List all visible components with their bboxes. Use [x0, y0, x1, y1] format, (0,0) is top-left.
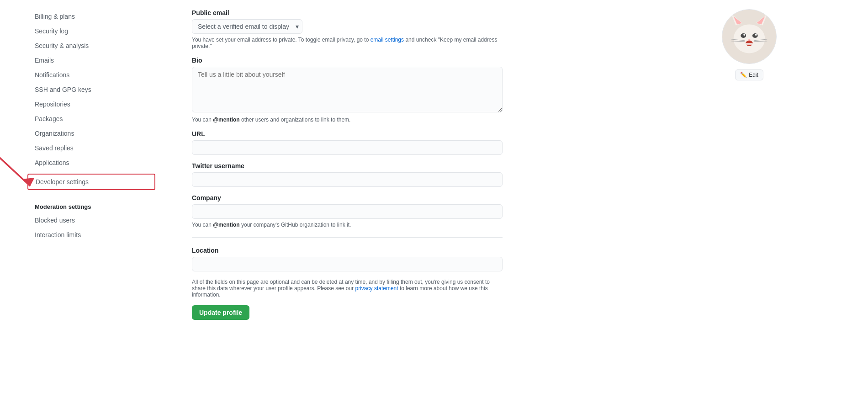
sidebar-item-applications[interactable]: Applications — [27, 155, 155, 170]
public-email-group: Public email Select a verified email to … — [192, 9, 503, 49]
url-label: URL — [192, 130, 503, 138]
developer-settings-box: Developer settings — [27, 174, 155, 190]
sidebar-item-ssh-gpg[interactable]: SSH and GPG keys — [27, 82, 155, 97]
twitter-group: Twitter username — [192, 162, 503, 187]
svg-rect-18 — [746, 43, 753, 45]
edit-label: Edit — [749, 72, 758, 78]
svg-point-10 — [743, 34, 745, 36]
email-hint: You have set your email address to priva… — [192, 37, 503, 49]
sidebar-divider — [27, 194, 155, 194]
url-group: URL — [192, 130, 503, 155]
email-select[interactable]: Select a verified email to display — [192, 19, 302, 34]
moderation-settings-group: Moderation settings Blocked users Intera… — [27, 198, 155, 242]
avatar — [722, 9, 777, 64]
svg-line-0 — [0, 150, 30, 186]
company-input[interactable] — [192, 204, 503, 219]
svg-point-8 — [741, 33, 746, 38]
privacy-statement-link[interactable]: privacy statement — [355, 285, 398, 292]
sidebar-item-billing[interactable]: Billing & plans — [27, 9, 155, 24]
bio-textarea[interactable] — [192, 67, 503, 112]
svg-point-11 — [755, 34, 757, 36]
sidebar-item-blocked-users[interactable]: Blocked users — [27, 213, 155, 228]
bio-label: Bio — [192, 57, 503, 64]
bio-hint: You can @mention other users and organiz… — [192, 117, 503, 123]
sidebar-item-saved-replies[interactable]: Saved replies — [27, 141, 155, 155]
optional-note: All of the fields on this page are optio… — [192, 279, 503, 298]
update-profile-button[interactable]: Update profile — [192, 305, 249, 320]
location-group: Location — [192, 247, 503, 271]
sidebar-item-interaction-limits[interactable]: Interaction limits — [27, 228, 155, 242]
email-select-wrapper: Select a verified email to display ▾ — [192, 19, 302, 34]
sidebar-item-packages[interactable]: Packages — [27, 111, 155, 126]
svg-point-3 — [734, 24, 765, 53]
sidebar-item-organizations[interactable]: Organizations — [27, 126, 155, 141]
public-email-label: Public email — [192, 9, 503, 16]
sidebar: Billing & plans Security log Security & … — [27, 9, 155, 398]
email-settings-link[interactable]: email settings — [370, 37, 404, 43]
sidebar-item-repositories[interactable]: Repositories — [27, 97, 155, 111]
sidebar-item-developer-settings[interactable]: Developer settings — [28, 175, 154, 189]
twitter-label: Twitter username — [192, 162, 503, 170]
company-group: Company You can @mention your company's … — [192, 194, 503, 228]
url-input[interactable] — [192, 140, 503, 155]
main-content: Public email Select a verified email to … — [174, 9, 521, 398]
company-hint: You can @mention your company's GitHub o… — [192, 222, 503, 228]
avatar-area: ✏️ Edit — [722, 9, 777, 80]
avatar-image — [722, 10, 776, 64]
avatar-container: ✏️ Edit — [722, 9, 777, 80]
section-divider — [192, 237, 503, 238]
twitter-input[interactable] — [192, 172, 503, 187]
company-label: Company — [192, 194, 503, 202]
svg-point-9 — [752, 33, 758, 38]
bio-group: Bio You can @mention other users and org… — [192, 57, 503, 123]
edit-avatar-button[interactable]: ✏️ Edit — [735, 69, 763, 80]
location-label: Location — [192, 247, 503, 254]
sidebar-item-security-log[interactable]: Security log — [27, 24, 155, 38]
pencil-icon: ✏️ — [740, 72, 747, 78]
sidebar-nav-group: Billing & plans Security log Security & … — [27, 9, 155, 170]
sidebar-item-emails[interactable]: Emails — [27, 53, 155, 68]
moderation-header: Moderation settings — [27, 198, 155, 213]
location-input[interactable] — [192, 257, 503, 271]
sidebar-item-security-analysis[interactable]: Security & analysis — [27, 38, 155, 53]
sidebar-item-notifications[interactable]: Notifications — [27, 68, 155, 82]
